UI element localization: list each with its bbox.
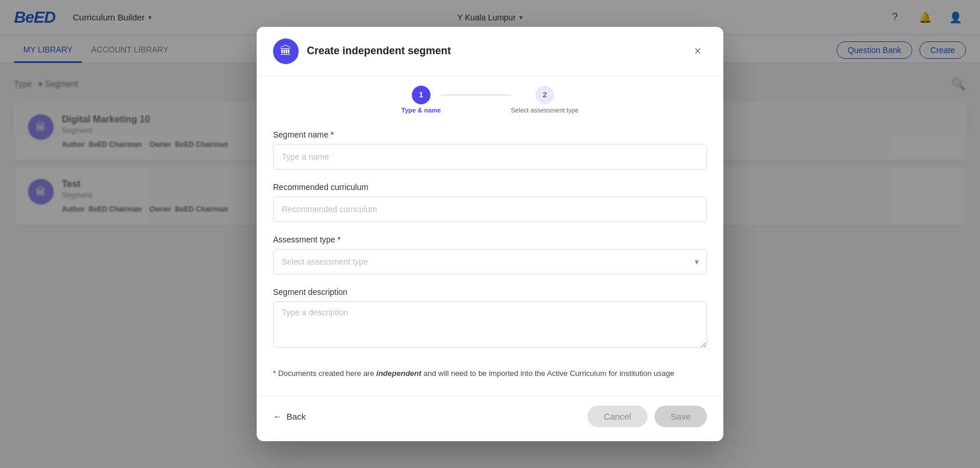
assessment-type-label: Assessment type * [273,235,707,244]
step-connector [441,94,511,96]
create-segment-modal: 🏛 Create independent segment × 1 Type & … [257,27,723,442]
segment-description-textarea[interactable] [273,301,707,348]
step-1-label: Type & name [401,107,441,114]
step-bar: 1 Type & name 2 Select assessment type [257,76,723,114]
segment-description-label: Segment description [273,287,707,297]
step-1-circle: 1 [412,86,430,104]
step-2-circle: 2 [536,86,554,104]
assessment-type-wrapper: Select assessment type Formative Summati… [273,249,707,275]
modal-header-icon: 🏛 [273,38,299,64]
segment-name-input[interactable] [273,144,707,170]
segment-name-group: Segment name * [273,130,707,170]
cancel-button[interactable]: Cancel [587,406,648,427]
step-2: 2 Select assessment type [511,86,579,114]
info-text-bold: independent [376,369,421,378]
modal-title: Create independent segment [307,45,688,57]
modal-body: Segment name * Recommended curriculum As… [257,114,723,396]
info-text-suffix: and will need to be imported into the Ac… [421,369,674,378]
recommended-curriculum-label: Recommended curriculum [273,182,707,192]
info-text-prefix: * Documents created here are [273,369,376,378]
recommended-curriculum-input[interactable] [273,196,707,222]
modal-overlay: 🏛 Create independent segment × 1 Type & … [0,0,980,468]
step-1: 1 Type & name [401,86,441,114]
info-text: * Documents created here are independent… [273,363,707,385]
back-button[interactable]: ← Back [273,411,306,421]
back-label: Back [286,411,306,421]
back-arrow-icon: ← [273,411,282,421]
modal-header: 🏛 Create independent segment × [257,27,723,76]
save-button[interactable]: Save [654,406,707,427]
segment-name-label: Segment name * [273,130,707,139]
step-2-label: Select assessment type [511,107,579,114]
segment-description-group: Segment description [273,287,707,350]
recommended-curriculum-group: Recommended curriculum [273,182,707,222]
assessment-type-group: Assessment type * Select assessment type… [273,235,707,275]
assessment-type-select[interactable]: Select assessment type Formative Summati… [273,249,707,275]
footer-actions: Cancel Save [587,406,707,427]
modal-footer: ← Back Cancel Save [257,396,723,441]
close-button[interactable]: × [688,42,707,61]
